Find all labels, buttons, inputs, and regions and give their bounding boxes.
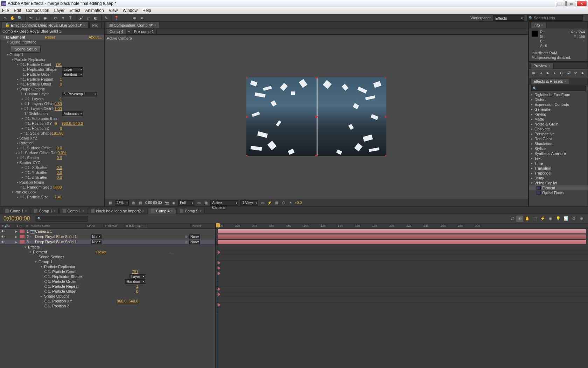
particle-replicator-group[interactable]: ▾Particle Replicator [0,57,104,62]
scene-interface-group[interactable]: ▾Scene Interface [0,40,104,45]
prop-surface-offset-ran[interactable]: ▸⏱1. Surface Offset Ran0.0% [0,150,104,155]
ram-preview-button[interactable]: ▶ [580,70,586,75]
effects-search-input[interactable] [531,86,586,91]
ep-category[interactable]: ▸Perspective [529,131,588,136]
prop-layers-offset[interactable]: ▸⏱1. Layers Offset0.50 [0,101,104,106]
zoom-dropdown[interactable]: 25% [115,200,129,206]
ep-item[interactable]: Element [529,185,588,190]
timeline-prop[interactable]: ▾ElementReset… [0,250,215,254]
local-axis-icon[interactable]: ⊕ [131,15,138,21]
layer-bar-camera[interactable] [218,229,586,233]
exposure-reset-icon[interactable]: ☀ [287,200,294,206]
comp-crumb-2[interactable]: Pre-comp 1 [131,29,157,34]
ep-category[interactable]: ▸Distort [529,97,588,102]
effect-controls-tab[interactable]: 🔒 Effect Controls: Deep Royal Blue Solid… [2,22,89,28]
eraser-tool-icon[interactable]: ◐ [92,15,99,21]
timeline-tab[interactable]: Comp 5× [177,208,205,214]
timeline-tab[interactable]: Comp 1× [31,208,59,214]
effects-presets-tab[interactable]: Effects & Presets× [530,78,569,84]
prop-scatter[interactable]: ▸⏱1. Scatter0.0 [0,155,104,160]
composition-viewer[interactable]: Active Camera [105,35,528,199]
prop-z-scatter[interactable]: ▸⏱1. Z Scatter0.0 [0,175,104,180]
prev-frame-button[interactable]: ◂ [538,70,544,75]
timeline-prop[interactable]: ⏱1. Particle Offset0 [0,289,215,294]
prop-x-scatter[interactable]: ▸⏱1. X Scatter0.0 [0,165,104,170]
reset-link[interactable]: Reset [45,35,55,39]
prop-particle-repeat[interactable]: ▸⏱1. Particle Repeat1 [0,77,104,82]
ep-category-video-copilot[interactable]: ▾Video Copilot [529,180,588,185]
timeline-prop[interactable]: ▸Shape Options [0,294,215,299]
scene-setup-button[interactable]: Scene Setup [11,46,41,53]
prop-position-z[interactable]: ▸⏱1. Position Z0 [0,126,104,131]
timecode-display[interactable]: 0;00;00;00 [145,201,162,205]
keyframe-icon[interactable] [217,293,220,296]
tl-motion-blur-icon[interactable]: ◉ [547,216,554,222]
keyframe-icon[interactable] [217,267,220,270]
menu-window[interactable]: Window [122,8,138,13]
prop-layers[interactable]: ▸⏱1. Layers1 [0,96,104,101]
ep-category[interactable]: ▸Expression Controls [529,102,588,107]
prop-position-xy[interactable]: ⏱1. Position XY⊕960.0, 540.0 [0,121,104,126]
timeline-icon[interactable]: ▦ [273,200,280,206]
workspace-dropdown[interactable]: Effects [493,15,524,21]
prop-particle-size[interactable]: ▸⏱1. Particle Size7.41 [0,195,104,199]
keyframe-icon[interactable] [217,288,220,291]
project-tab[interactable]: Pro [89,22,102,28]
search-help-input[interactable]: Search Help [527,15,583,21]
timeline-prop[interactable]: Scene Settings [0,254,215,259]
timeline-tab[interactable]: Comp 1× [2,208,30,214]
about-link[interactable]: About... [89,35,102,39]
roto-tool-icon[interactable]: ✎ [103,15,109,21]
effect-element-header[interactable]: ▾ fx ElementResetAbout... [0,35,104,40]
ep-category[interactable]: ▸Matte [529,117,588,122]
scale-xyz-group[interactable]: ▸Scale XYZ [0,136,104,141]
tl-icon-4[interactable]: ⬚ [532,216,539,222]
ep-category[interactable]: ▸Text [529,156,588,161]
group1[interactable]: ▾Group 1 [0,52,104,57]
ep-category[interactable]: ▸Keying [529,112,588,117]
timeline-timecode[interactable]: 0;00;00;00 [4,216,30,222]
ep-category[interactable]: ▸Generate [529,107,588,112]
minimize-button[interactable]: — [556,1,566,6]
menu-layer[interactable]: Layer [54,8,65,13]
resolution-dropdown[interactable]: Full [178,200,194,206]
ep-category[interactable]: ▸Digieffects FreeForm [529,92,588,97]
timeline-prop[interactable]: ⏱1. Particle Count791 [0,269,215,274]
prop-random-seed[interactable]: ⏱1. Random Seed5000 [0,185,104,190]
rotate-tool-icon[interactable]: ⟲ [27,15,34,21]
roi-icon[interactable]: ▭ [196,200,202,206]
audio-button[interactable]: 🔊 [566,70,572,75]
prop-particle-offset[interactable]: ▸⏱1. Particle Offset0 [0,82,104,87]
magnify-icon[interactable]: ▦ [107,200,113,206]
particle-look-group[interactable]: ▾Particle Look [0,190,104,195]
menu-help[interactable]: Help [142,8,151,13]
timeline-prop[interactable]: ▾Particle Replicator [0,264,215,269]
ep-category[interactable]: ▸Trapcode [529,171,588,176]
prop-particle-count[interactable]: ▸⏱1. Particle Count791 [0,62,104,67]
prop-scale-shape[interactable]: ▸⏱1. Scale Shape191.90 [0,131,104,136]
timeline-ruler[interactable]: 00s02s04s06s08s10s12s14s16s18s20s22s24s2… [216,223,588,229]
comp-crumb-1[interactable]: Comp 4 [107,29,126,34]
timeline-prop[interactable]: ⏱1. Position Z [0,304,215,308]
zoom-tool-icon[interactable]: 🔍 [17,15,23,21]
selection-tool-icon[interactable]: ↖ [2,15,8,21]
next-frame-button[interactable]: ▸ [552,70,558,75]
channel-icon[interactable]: ◉ [170,200,177,206]
menu-effect[interactable]: Effect [70,8,80,13]
prop-surface-offset[interactable]: ▸⏱1. Surface Offset0.0 [0,145,104,150]
tl-brainstorm-icon[interactable]: 💡 [555,216,562,222]
prop-custom-layer[interactable]: 1. Custom Layer5. Pre-comp 1 [0,91,104,96]
preview-tab[interactable]: Preview× [530,63,553,69]
tl-shy-icon[interactable]: 👁 [516,216,523,222]
keyframe-icon[interactable] [217,261,220,264]
pan-behind-tool-icon[interactable]: ◉ [42,15,48,21]
close-button[interactable]: ✕ [577,1,587,6]
rect-tool-icon[interactable]: ▭ [52,15,59,21]
camera-dropdown[interactable]: Active Camera [210,200,238,206]
prop-particle-order[interactable]: 1. Particle OrderRandom [0,72,104,77]
flowchart-icon[interactable]: ⬡ [280,200,287,206]
shape-options-group[interactable]: ▾Shape Options [0,87,104,91]
camera-tool-icon[interactable]: ⬚ [35,15,41,21]
fast-preview-icon[interactable]: ⚡ [266,200,273,206]
timeline-prop[interactable]: ⏱1. Position XY960.0, 540.0 [0,299,215,304]
